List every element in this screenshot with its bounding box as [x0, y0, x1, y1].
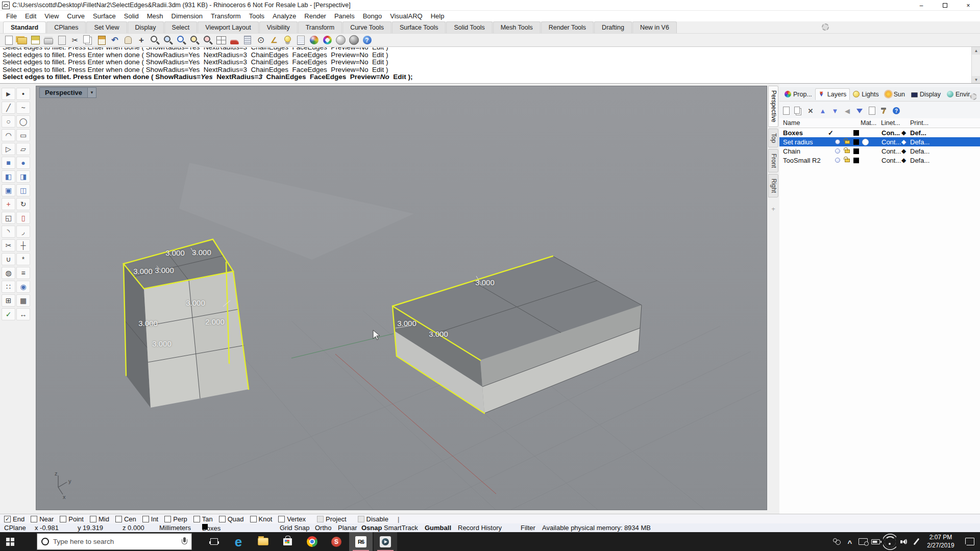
trim-tool-icon[interactable]: ✂ — [2, 239, 15, 252]
help-icon[interactable] — [361, 34, 373, 46]
command-scrollbar[interactable]: ▲ ▼ — [971, 47, 980, 84]
plane-tool-icon[interactable]: ◫ — [16, 184, 30, 196]
status-toggle-planar[interactable]: Planar — [338, 524, 357, 532]
osnap-near[interactable]: Near — [31, 515, 54, 523]
lamp-icon[interactable] — [281, 34, 293, 46]
status-x-coord[interactable]: x -0.981 — [35, 524, 59, 532]
layer-visible-bulb-icon[interactable] — [835, 148, 840, 154]
layer-row[interactable]: Set radiusCont...◆Defa... — [779, 137, 980, 146]
named-views-icon[interactable] — [228, 34, 240, 46]
menu-visualarq[interactable]: VisualARQ — [386, 12, 426, 20]
move-down-icon[interactable] — [830, 106, 840, 115]
filter-icon[interactable] — [855, 106, 864, 115]
scroll-down-icon[interactable]: ▼ — [972, 76, 980, 84]
viewport-tab-perspective[interactable]: Perspective — [768, 86, 778, 127]
panel-tab-lights[interactable]: Lights — [850, 89, 881, 100]
layer-color-swatch[interactable] — [853, 158, 859, 163]
object-snap-icon[interactable] — [255, 34, 267, 46]
osnap-perp[interactable]: Perp — [164, 515, 187, 523]
toolbar-tab-new-in-v6[interactable]: New in V6 — [632, 21, 677, 33]
layer-unlocked-icon[interactable] — [845, 149, 850, 153]
toolbar-tab-set-view[interactable]: Set View — [86, 21, 127, 33]
boolean-union-icon[interactable]: ◧ — [2, 170, 15, 183]
check-tool-icon[interactable]: ✓ — [2, 308, 15, 320]
pan-icon[interactable] — [122, 34, 134, 46]
explode-tool-icon[interactable]: * — [16, 253, 30, 265]
status-toggle-filter[interactable]: Filter — [521, 524, 535, 532]
notes-icon[interactable] — [295, 34, 307, 46]
checkbox-near[interactable] — [31, 516, 37, 522]
checkbox-quad[interactable] — [219, 516, 226, 522]
zoom-dynamic-icon[interactable] — [149, 34, 161, 46]
taskbar-app-snagit[interactable]: S — [325, 532, 348, 551]
new-file-icon[interactable] — [3, 34, 15, 46]
panel-tab-layers[interactable]: Layers — [815, 88, 850, 100]
open-file-icon[interactable] — [16, 34, 28, 46]
toolbar-tab-render-tools[interactable]: Render Tools — [541, 21, 594, 33]
toolbar-tab-visibility[interactable]: Visibility — [259, 21, 298, 33]
paste-icon[interactable] — [95, 34, 108, 46]
toolbar-tab-standard[interactable]: Standard — [3, 21, 46, 33]
cplane-tool-icon[interactable]: ⊞ — [2, 294, 15, 307]
calculator-icon[interactable] — [241, 34, 254, 46]
layer-visible-bulb-icon[interactable] — [835, 158, 840, 163]
taskbar-search[interactable]: Type here to search — [37, 533, 192, 550]
action-center-icon[interactable] — [960, 532, 980, 551]
curve-boolean-icon[interactable]: ◍ — [2, 267, 15, 279]
scale-tool-icon[interactable]: ◱ — [2, 212, 15, 224]
taskbar-app-task-view[interactable] — [202, 532, 226, 551]
toolbar-tab-cplanes[interactable]: CPlanes — [46, 21, 86, 33]
zoom-extents-icon[interactable] — [188, 34, 201, 46]
export-icon[interactable] — [56, 34, 68, 46]
wifi-icon[interactable] — [883, 532, 896, 551]
help-icon[interactable] — [892, 106, 901, 115]
ghosted-viewport-icon[interactable] — [348, 34, 360, 46]
move-up-icon[interactable] — [818, 106, 827, 115]
people-icon[interactable] — [830, 532, 843, 551]
checkbox-disable[interactable] — [358, 516, 364, 522]
layer-material-circle[interactable] — [862, 139, 869, 145]
title-bar[interactable]: C:\Users\scottd\Desktop\FilletNar2\Selec… — [0, 0, 980, 11]
menu-tools[interactable]: Tools — [245, 12, 268, 20]
taskbar-app-rhino[interactable]: R6 — [349, 532, 373, 551]
layer-tools-icon[interactable] — [879, 106, 889, 115]
offset-tool-icon[interactable]: ≡ — [16, 267, 30, 279]
render-preview-icon[interactable] — [321, 34, 333, 46]
status-toggle-osnap[interactable]: Osnap — [361, 524, 382, 532]
checkbox-end[interactable]: ✓ — [4, 516, 11, 522]
taskbar-app-store[interactable] — [276, 532, 299, 551]
sphere-tool-icon[interactable]: ● — [16, 157, 30, 169]
chevron-up-icon[interactable] — [843, 532, 856, 551]
box-tool-icon[interactable]: ■ — [2, 157, 15, 169]
toolbar-options-gear-icon[interactable] — [822, 23, 829, 31]
menu-surface[interactable]: Surface — [89, 12, 120, 20]
rotate-tool-icon[interactable]: ↻ — [16, 198, 30, 210]
status-cplane[interactable]: CPlane — [4, 524, 26, 532]
zoom-selected-icon[interactable] — [175, 34, 187, 46]
join-tool-icon[interactable]: ∪ — [2, 253, 15, 265]
command-prompt[interactable]: Select edges to fillet. Press Enter when… — [0, 73, 980, 81]
panel-tab-sun[interactable]: Sun — [882, 89, 908, 100]
checkbox-vertex[interactable] — [278, 516, 285, 522]
collapse-icon[interactable] — [843, 106, 852, 115]
osnap-end[interactable]: ✓End — [4, 515, 24, 523]
toolbar-tab-select[interactable]: Select — [164, 21, 198, 33]
menu-edit[interactable]: Edit — [21, 12, 40, 20]
menu-transform[interactable]: Transform — [207, 12, 245, 20]
print-icon[interactable] — [42, 34, 55, 46]
boolean-difference-icon[interactable]: ◨ — [16, 170, 30, 183]
layer-color-swatch[interactable] — [853, 130, 859, 136]
checkbox-int[interactable] — [142, 516, 149, 522]
status-units[interactable]: Millimeters — [159, 524, 191, 532]
minimize-button[interactable]: – — [910, 0, 933, 11]
menu-bongo[interactable]: Bongo — [359, 12, 386, 20]
osnap-knot[interactable]: Knot — [250, 515, 273, 523]
checkbox-tan[interactable] — [193, 516, 200, 522]
menu-solid[interactable]: Solid — [120, 12, 143, 20]
checkbox-project[interactable] — [317, 516, 324, 522]
osnap-mid[interactable]: Mid — [90, 515, 109, 523]
checkbox-perp[interactable] — [164, 516, 171, 522]
status-y-coord[interactable]: y 19.319 — [78, 524, 103, 532]
close-button[interactable]: × — [957, 0, 980, 11]
layer-unlocked-icon[interactable] — [845, 159, 850, 162]
